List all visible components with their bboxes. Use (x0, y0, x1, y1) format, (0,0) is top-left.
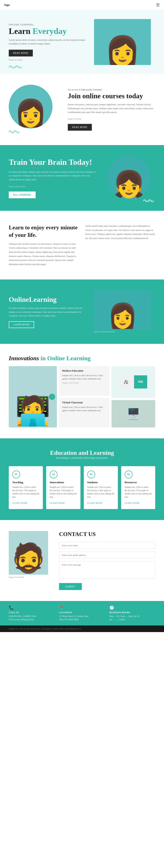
innovations-right-top: & MK (111, 366, 155, 398)
edu-card-0-body: Sample text. Click to select the text bo… (12, 486, 39, 499)
mk-box: MK (134, 375, 147, 389)
edu-card-2-link[interactable]: LEARN MORE (87, 502, 103, 504)
footer-col-hours: 🕐 BUSINESS HOURS Mon — Fri: 9 am — 5 pm,… (109, 606, 155, 621)
footer-col-call: 📞 CALL US (318)763-9911, (318)987-1054 C… (9, 606, 55, 621)
footer-bottom: Sample text. Click to select this text b… (0, 625, 164, 632)
education-cards: 01 Teaching Sample text. Click to select… (9, 466, 155, 509)
modern-education-body: Sample text. Click to select the text bo… (62, 374, 106, 380)
enjoy-section: Learn to enjoy every minute of your life… (0, 211, 164, 279)
inno-left-person: 🧑‍💻 (15, 394, 51, 428)
innovations-center: Modern Education Sample text. Click to s… (59, 366, 109, 428)
innovations-left-img: 🧑‍💻 › (9, 366, 57, 428)
education-header: Education and Learning Innovating is con… (9, 449, 155, 460)
footer-bottom-text: Sample text. Click to select this text b… (9, 628, 155, 630)
footer-location-line2: York, NY 10010-8600 (59, 618, 105, 621)
hero-label: ONLINE LEARNING (9, 23, 90, 26)
hero-headline: Learn Everyday (9, 27, 90, 36)
edu-card-0-num: 01 (12, 470, 20, 478)
join-image-side: 👩 (9, 85, 61, 134)
join-body: Etiam velit purus, vehicula quis semper … (68, 103, 155, 114)
edu-card-0: 01 Teaching Sample text. Click to select… (9, 466, 43, 509)
train-img-caption: Images from Freepik (9, 185, 96, 188)
innovations-right-bottom: 🖥️ (111, 400, 155, 428)
footer-location-label: LOCATION (59, 611, 105, 614)
train-headline: Train Your Brain Today! (9, 158, 96, 167)
contact-person-icon: 🧔 (11, 541, 46, 575)
education-section: Education and Learning Innovating is con… (0, 438, 164, 520)
train-cta-button[interactable]: ALL COURSES (9, 191, 36, 198)
join-cta-button[interactable]: READ MORE (68, 124, 92, 131)
edu-card-1-link[interactable]: LEARN MORE (50, 502, 65, 504)
virtual-classroom-card: Virtual Classroom Sample text. Click to … (59, 398, 109, 428)
innovations-right: & MK 🖥️ (111, 366, 155, 428)
enjoy-headline: Learn to enjoy every minute of your life… (9, 224, 79, 239)
hero-image-side: 👩 (94, 19, 155, 65)
phone-icon: 📞 (9, 606, 55, 610)
menu-icon[interactable]: ☰ (156, 3, 160, 7)
innovations-grid: 🧑‍💻 › Modern Education Sample text. Clic… (9, 366, 155, 428)
edu-card-3-num: 04 (125, 470, 132, 478)
contact-message-field[interactable] (59, 561, 155, 580)
clock-icon: 🕐 (109, 606, 155, 610)
join-small-label: Get access to high quality learning! (68, 88, 155, 91)
footer-call-label: CALL US (9, 611, 55, 614)
edu-card-2-num: 03 (87, 470, 95, 478)
virtual-classroom-label: Virtual Classroom (62, 401, 106, 404)
train-image-side: 👧 (103, 156, 155, 200)
enjoy-left-body: Volutpat odio facilisis mauris sit amet … (9, 242, 79, 266)
join-img-caption: Image by freepik (68, 118, 155, 120)
online-image-side: 👩 IMAGE FROM FREEPIK (94, 290, 155, 333)
education-headline: Education and Learning (9, 449, 155, 456)
edu-card-1-body: Sample text. Click to select the text bo… (50, 486, 77, 499)
logo: logo (4, 3, 10, 7)
edu-card-2-title: Students (87, 480, 114, 484)
edu-card-1-num: 02 (50, 470, 58, 478)
enjoy-right-body1: Varius morbi enim nunc faucibus a pellen… (85, 224, 155, 240)
contact-name-input[interactable] (59, 542, 155, 549)
contact-headline: CONTACT US (59, 531, 155, 537)
virtual-classroom-body: Sample text. Click to select the text bo… (62, 406, 106, 412)
online-person-icon: 👩 (107, 302, 137, 330)
train-text-side: Train Your Brain Today! Ut enims ad mini… (9, 158, 103, 198)
contact-message-textarea[interactable] (59, 561, 155, 579)
online-text-side: OnlineLearning Ut enim ad minim veniam, … (9, 295, 94, 328)
hero-img-caption: Image by freepik (9, 59, 90, 61)
contact-email-input[interactable] (59, 552, 155, 559)
edu-card-3-link[interactable]: LEARN MORE (125, 502, 140, 504)
innovations-headline: Innovations in Online Learning (9, 355, 155, 362)
hero-section: ONLINE LEARNING Learn Everyday Lorem ips… (0, 10, 164, 65)
hero-wave-svg (9, 65, 22, 68)
contact-email-field[interactable] (59, 552, 155, 559)
train-person-icon: 👧 (112, 169, 145, 200)
online-img-caption: IMAGE FROM FREEPIK (94, 331, 155, 333)
contact-img-caption: Image from freepik (9, 576, 53, 578)
join-wave-svg (9, 130, 20, 133)
train-section: Train Your Brain Today! Ut enims ad mini… (0, 145, 164, 211)
online-cta-button[interactable]: LEARN MORE (9, 321, 34, 328)
hero-wave-area (0, 65, 164, 74)
contact-form-side: CONTACT US SUBMIT (59, 531, 155, 590)
header: logo ☰ (0, 0, 164, 10)
footer-col-location: 📍 LOCATION 117 Rock Street, 21 Avenue, N… (59, 606, 105, 621)
footer-info: 📞 CALL US (318)763-9911, (318)987-1054 C… (0, 601, 164, 625)
contact-image-side: 🧔 Image from freepik (9, 531, 53, 590)
innovations-arrow-btn[interactable]: › (49, 394, 55, 400)
ampersand-box: & (120, 375, 133, 389)
online-headline: OnlineLearning (9, 295, 88, 304)
enjoy-right-col: Varius morbi enim nunc faucibus a pellen… (85, 224, 155, 266)
modern-education-card: Modern Education Sample text. Click to s… (59, 366, 109, 396)
hero-cta-button[interactable]: READ MORE (9, 50, 33, 57)
edu-card-0-link[interactable]: LEARN MORE (12, 502, 28, 504)
edu-card-3-title: Resources (125, 480, 152, 484)
contact-name-field[interactable] (59, 542, 155, 549)
edu-card-3-body: Sample text. Click to select the text bo… (125, 486, 152, 499)
contact-submit-button[interactable]: SUBMIT (59, 583, 82, 590)
enjoy-left-col: Learn to enjoy every minute of your life… (9, 224, 79, 266)
contact-section: 🧔 Image from freepik CONTACT US SUBMIT (0, 520, 164, 601)
edu-card-2: 03 Students Sample text. Click to select… (84, 466, 118, 509)
edu-card-2-body: Sample text. Click to select the text bo… (87, 486, 114, 499)
hero-person-silhouette: 👩 (105, 36, 140, 65)
location-icon: 📍 (59, 606, 105, 610)
edu-card-0-title: Teaching (12, 480, 39, 484)
hero-body: Lorem ipsum dolor sit amet, consectetur … (9, 38, 90, 46)
